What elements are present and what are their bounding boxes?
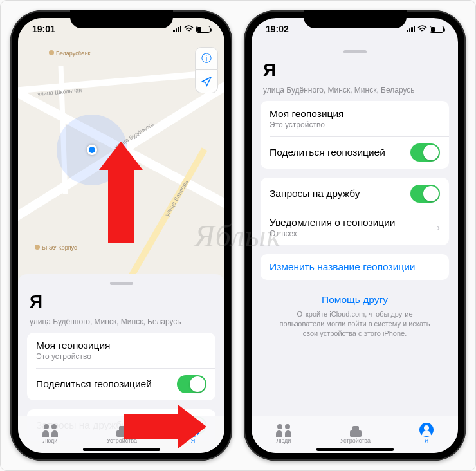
people-icon bbox=[276, 423, 291, 437]
tab-people[interactable]: Люди bbox=[276, 423, 291, 444]
wifi-icon bbox=[417, 25, 427, 33]
row-subtitle: Это устройство bbox=[36, 352, 111, 361]
poi-label: БГЭУ Корпус bbox=[35, 245, 77, 251]
row-title: Поделиться геопозицией bbox=[36, 378, 152, 390]
sheet-title: Я bbox=[261, 60, 449, 80]
signal-icon bbox=[173, 26, 181, 32]
settings-card: Моя геопозиция Это устройство Поделиться… bbox=[27, 333, 215, 400]
row-subtitle: Это устройство bbox=[270, 120, 344, 129]
tab-devices[interactable]: Устройства bbox=[340, 423, 371, 444]
address-label: улица Будённого, Минск, Минск, Беларусь bbox=[27, 315, 215, 333]
me-sheet-expanded[interactable]: Я улица Будённого, Минск, Минск, Беларус… bbox=[252, 42, 458, 416]
help-friend-block: Помощь другу Откройте iCloud.com, чтобы … bbox=[261, 289, 449, 344]
phone-left: 19:01 улица Будённого улица Школьная ули… bbox=[10, 10, 232, 461]
row-title: Уведомления о геопозиции bbox=[270, 217, 396, 228]
tab-people[interactable]: Люди bbox=[42, 423, 58, 444]
notch bbox=[304, 10, 407, 28]
status-time: 19:02 bbox=[266, 24, 289, 34]
battery-icon bbox=[196, 26, 210, 33]
annotation-arrow-right bbox=[124, 414, 182, 439]
sheet-grabber[interactable] bbox=[343, 50, 367, 53]
row-subtitle: От всех bbox=[270, 229, 396, 238]
help-friend-description: Откройте iCloud.com, чтобы другие пользо… bbox=[273, 309, 436, 338]
row-title: Поделиться геопозицией bbox=[270, 147, 385, 158]
info-button[interactable]: ⓘ bbox=[195, 47, 218, 70]
battery-icon bbox=[430, 26, 444, 33]
street-label: улица Ванеева bbox=[163, 179, 189, 217]
sheet-title: Я bbox=[27, 291, 215, 312]
share-location-row: Поделиться геопозицией bbox=[27, 368, 215, 400]
devices-icon bbox=[348, 423, 363, 437]
wifi-icon bbox=[184, 25, 194, 33]
signal-icon bbox=[407, 26, 415, 32]
rename-link[interactable]: Изменить название геопозиции bbox=[270, 261, 416, 273]
my-location-row[interactable]: Моя геопозиция Это устройство bbox=[27, 333, 215, 368]
help-friend-link[interactable]: Помощь другу bbox=[273, 294, 436, 306]
row-title: Моя геопозиция bbox=[36, 340, 111, 351]
status-time: 19:01 bbox=[32, 24, 55, 34]
locate-button[interactable] bbox=[195, 70, 218, 93]
settings-card-2: Запросы на дружбу Уведомления о геопозиц… bbox=[261, 178, 449, 245]
home-indicator[interactable] bbox=[316, 448, 394, 451]
share-location-toggle[interactable] bbox=[410, 143, 440, 162]
chevron-right-icon: › bbox=[437, 222, 440, 234]
phone-right: 19:02 Я улица Будённого, Минск, Минск, Б… bbox=[244, 10, 466, 461]
rename-card: Изменить название геопозиции bbox=[261, 254, 449, 280]
my-location-dot bbox=[87, 145, 97, 155]
rename-location-row[interactable]: Изменить название геопозиции bbox=[261, 254, 449, 280]
share-location-row: Поделиться геопозицией bbox=[261, 136, 449, 169]
poi-label: Беларусбанк bbox=[49, 50, 91, 57]
home-indicator[interactable] bbox=[83, 448, 160, 451]
share-location-toggle[interactable] bbox=[177, 375, 206, 393]
tab-me[interactable]: Я bbox=[419, 423, 434, 444]
settings-card: Моя геопозиция Это устройство Поделиться… bbox=[261, 101, 449, 169]
friend-requests-toggle[interactable] bbox=[410, 185, 440, 203]
people-icon bbox=[42, 423, 58, 437]
notch bbox=[70, 10, 173, 28]
address-label: улица Будённого, Минск, Минск, Беларусь bbox=[261, 83, 449, 101]
location-notifications-row[interactable]: Уведомления о геопозиции От всех › bbox=[261, 210, 449, 245]
me-icon bbox=[419, 423, 434, 437]
sheet-grabber[interactable] bbox=[110, 282, 133, 285]
me-sheet[interactable]: Я улица Будённого, Минск, Минск, Беларус… bbox=[18, 274, 224, 416]
my-location-row[interactable]: Моя геопозиция Это устройство bbox=[261, 101, 449, 136]
friend-requests-row: Запросы на дружбу bbox=[261, 178, 449, 210]
annotation-arrow-up bbox=[108, 166, 134, 243]
row-title: Запросы на дружбу bbox=[270, 188, 360, 199]
row-title: Моя геопозиция bbox=[270, 108, 344, 120]
